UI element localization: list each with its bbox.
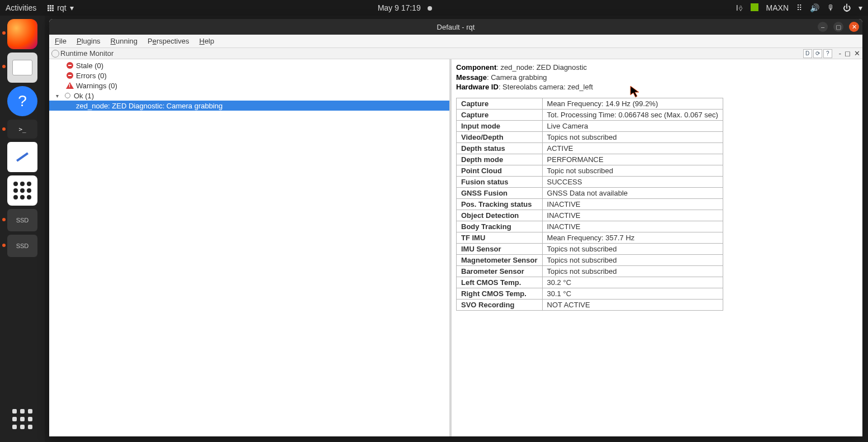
- table-row: GNSS FusionGNSS Data not available: [457, 187, 723, 198]
- table-row: Left CMOS Temp.30.2 °C: [457, 277, 723, 288]
- menu-perspectives[interactable]: Perspectives: [148, 37, 189, 45]
- diag-key: Barometer Sensor: [457, 265, 543, 277]
- diag-key: GNSS Fusion: [457, 187, 543, 198]
- rqt-window: Default - rqt – ▢ ✕ File Plugins Running…: [49, 19, 862, 436]
- refresh-icon[interactable]: [51, 50, 59, 58]
- diag-key: Video/Depth: [457, 131, 543, 142]
- table-row: Barometer SensorTopics not subscribed: [457, 265, 723, 277]
- toolbar-float-icon[interactable]: ◻: [845, 49, 851, 58]
- table-row: Input modeLive Camera: [457, 120, 723, 131]
- tree-errors[interactable]: Errors (0): [49, 70, 449, 80]
- detail-pane: Component: zed_node: ZED Diagnostic Mess…: [452, 59, 862, 436]
- diag-key: SVO Recording: [457, 299, 543, 310]
- launcher-ssd-1[interactable]: SSD: [7, 209, 37, 231]
- tree-stale-label: Stale (0): [76, 61, 103, 70]
- chevron-down-icon[interactable]: ▾: [858, 3, 862, 12]
- menu-plugins[interactable]: Plugins: [77, 37, 101, 45]
- diag-value: INACTIVE: [542, 221, 723, 232]
- clock[interactable]: May 9 17:19: [378, 3, 421, 12]
- toolbar-reload-button[interactable]: ⟳: [813, 49, 822, 58]
- table-row: Depth statusACTIVE: [457, 142, 723, 154]
- plugin-title: Runtime Monitor: [60, 49, 113, 58]
- diag-value: Live Camera: [542, 120, 723, 131]
- table-row: Right CMOS Temp.30.1 °C: [457, 288, 723, 299]
- network-icon[interactable]: ⠿: [796, 3, 802, 12]
- table-row: Video/DepthTopics not subscribed: [457, 131, 723, 142]
- diag-key: IMU Sensor: [457, 243, 543, 254]
- diag-key: Depth mode: [457, 154, 543, 165]
- launcher-firefox[interactable]: [7, 19, 37, 49]
- diag-value: Tot. Processing Time: 0.066748 sec (Max.…: [542, 109, 723, 120]
- tree-warnings[interactable]: Warnings (0): [49, 80, 449, 91]
- diag-key: Capture: [457, 109, 543, 120]
- diag-value: Topics not subscribed: [542, 265, 723, 277]
- window-titlebar[interactable]: Default - rqt – ▢ ✕: [49, 19, 862, 35]
- maximize-button[interactable]: ▢: [833, 22, 843, 32]
- tree-ok[interactable]: ▾ Ok (1): [49, 91, 449, 101]
- diag-value: NOT ACTIVE: [542, 299, 723, 310]
- table-row: Pos. Tracking statusINACTIVE: [457, 198, 723, 210]
- launcher-files[interactable]: [7, 53, 37, 83]
- menu-help[interactable]: Help: [199, 37, 214, 45]
- activities-button[interactable]: Activities: [6, 3, 36, 12]
- toolbar-d-button[interactable]: D: [803, 49, 812, 58]
- diag-key: Pos. Tracking status: [457, 198, 543, 210]
- diag-value: INACTIVE: [542, 210, 723, 221]
- launcher-ssd-2[interactable]: SSD: [7, 235, 37, 257]
- power-icon[interactable]: ⏻: [843, 3, 851, 12]
- launcher-show-apps[interactable]: [7, 404, 37, 434]
- tree-warnings-label: Warnings (0): [76, 82, 117, 90]
- diag-value: GNSS Data not available: [542, 187, 723, 198]
- window-title: Default - rqt: [437, 23, 475, 31]
- diag-value: Mean Frequency: 14.9 Hz (99.2%): [542, 98, 723, 109]
- table-row: Object DetectionINACTIVE: [457, 210, 723, 221]
- chevron-down-icon: ▾: [70, 3, 74, 12]
- table-row: Fusion statusSUCCESS: [457, 176, 723, 187]
- launcher-terminal[interactable]: >_: [7, 120, 37, 139]
- table-row: IMU SensorTopics not subscribed: [457, 243, 723, 254]
- microphone-icon[interactable]: 🎙: [827, 3, 835, 12]
- table-row: Depth modePERFORMANCE: [457, 154, 723, 165]
- tree-errors-label: Errors (0): [76, 72, 107, 80]
- toolbar-close-icon[interactable]: ✕: [854, 49, 860, 58]
- expander-icon[interactable]: ▾: [56, 93, 61, 98]
- diag-key: Input mode: [457, 120, 543, 131]
- diag-key: Right CMOS Temp.: [457, 288, 543, 299]
- diag-value: PERFORMANCE: [542, 154, 723, 165]
- warning-icon: [66, 82, 74, 89]
- diag-value: Topics not subscribed: [542, 254, 723, 265]
- menu-running[interactable]: Running: [111, 37, 137, 45]
- table-row: Magnetometer SensorTopics not subscribed: [457, 254, 723, 265]
- menu-file[interactable]: File: [55, 37, 67, 45]
- menubar: File Plugins Running Perspectives Help: [49, 35, 862, 48]
- close-button[interactable]: ✕: [849, 22, 859, 32]
- volume-icon[interactable]: 🔊: [810, 3, 819, 12]
- tree-ok-label: Ok (1): [74, 92, 94, 100]
- diag-value: ACTIVE: [542, 142, 723, 154]
- diag-value: Topics not subscribed: [542, 243, 723, 254]
- diag-value: INACTIVE: [542, 198, 723, 210]
- table-row: SVO RecordingNOT ACTIVE: [457, 299, 723, 310]
- stop-icon: [66, 72, 74, 79]
- diag-key: TF IMU: [457, 232, 543, 243]
- tree-pane[interactable]: Stale (0) Errors (0) Warnings (0) ▾ Ok (…: [49, 59, 452, 436]
- table-row: TF IMUMean Frequency: 357.7 Hz: [457, 232, 723, 243]
- launcher-help[interactable]: ?: [7, 86, 37, 116]
- power-mode[interactable]: MAXN: [766, 3, 789, 12]
- tree-stale[interactable]: Stale (0): [49, 60, 449, 70]
- tree-node-zed[interactable]: zed_node: ZED Diagnostic: Camera grabbin…: [49, 101, 449, 111]
- toolbar-help-button[interactable]: ?: [823, 49, 832, 58]
- diag-key: Magnetometer Sensor: [457, 254, 543, 265]
- launcher-dock: ? >_ SSD SSD: [0, 16, 45, 442]
- plugin-toolbar: Runtime Monitor D ⟳ ? - ◻ ✕: [49, 48, 862, 59]
- table-row: CaptureMean Frequency: 14.9 Hz (99.2%): [457, 98, 723, 109]
- input-source-icon[interactable]: I⎀: [736, 3, 743, 12]
- app-menu[interactable]: rqt ▾: [48, 3, 73, 12]
- notification-dot-icon: [428, 6, 432, 11]
- minimize-button[interactable]: –: [818, 22, 828, 32]
- launcher-text-editor[interactable]: [7, 142, 37, 172]
- launcher-rqt[interactable]: [7, 175, 37, 206]
- toolbar-minimize-icon[interactable]: -: [839, 49, 841, 58]
- diagnostic-table: CaptureMean Frequency: 14.9 Hz (99.2%)Ca…: [456, 98, 723, 311]
- diag-key: Left CMOS Temp.: [457, 277, 543, 288]
